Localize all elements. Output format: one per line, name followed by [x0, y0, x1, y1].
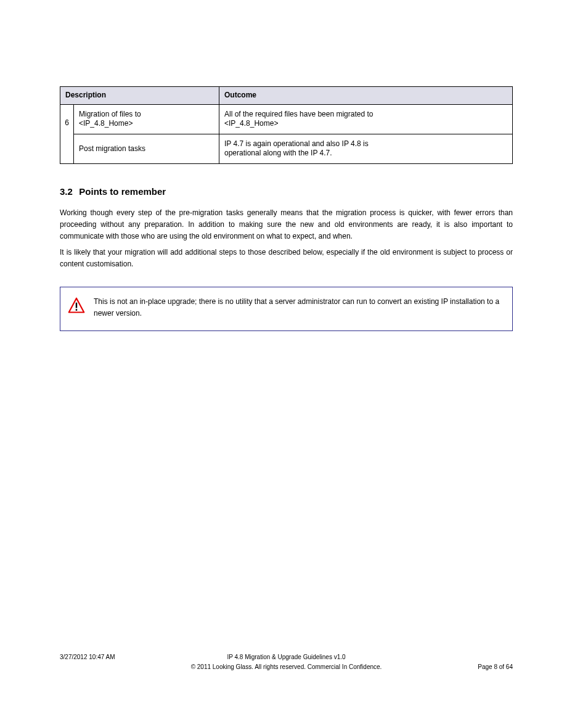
warning-icon [68, 297, 85, 314]
section-title: Points to remember [79, 186, 166, 197]
footer-copyright: © 2011 Looking Glass. All rights reserve… [60, 663, 513, 670]
body-paragraph: It is likely that your migration will ad… [60, 247, 513, 270]
table-row: Post migration tasks IP 4.7 is again ope… [60, 134, 513, 163]
section-heading: 3.2 Points to remember [60, 186, 166, 197]
th-description: Description [60, 87, 219, 105]
th-outcome: Outcome [219, 87, 513, 105]
row-number: 6 [60, 104, 74, 163]
alert-text: This is not an in-place upgrade; there i… [94, 297, 499, 318]
cell-outcome-bottom: IP 4.7 is again operational and also IP … [219, 134, 513, 163]
svg-rect-1 [76, 303, 77, 308]
footer-line: 3/27/2012 10:47 AM IP 4.8 Migration & Up… [60, 654, 513, 660]
alert-box: This is not an in-place upgrade; there i… [60, 287, 513, 331]
svg-rect-2 [76, 309, 77, 311]
footer-page: Page 8 of 64 [478, 663, 513, 670]
body-paragraph: Working though every step of the pre-mig… [60, 207, 513, 243]
footer-doc-title: IP 4.8 Migration & Upgrade Guidelines v1… [60, 654, 513, 660]
section-number: 3.2 [60, 186, 73, 197]
cell-desc-top: Migration of files to <IP_4.8_Home> [74, 104, 219, 134]
cell-desc-bottom: Post migration tasks [74, 134, 219, 163]
outcome-table: Description Outcome 6 Migration of files… [60, 86, 513, 164]
table-row: 6 Migration of files to <IP_4.8_Home> Al… [60, 104, 513, 134]
cell-outcome-top: All of the required files have been migr… [219, 104, 513, 134]
